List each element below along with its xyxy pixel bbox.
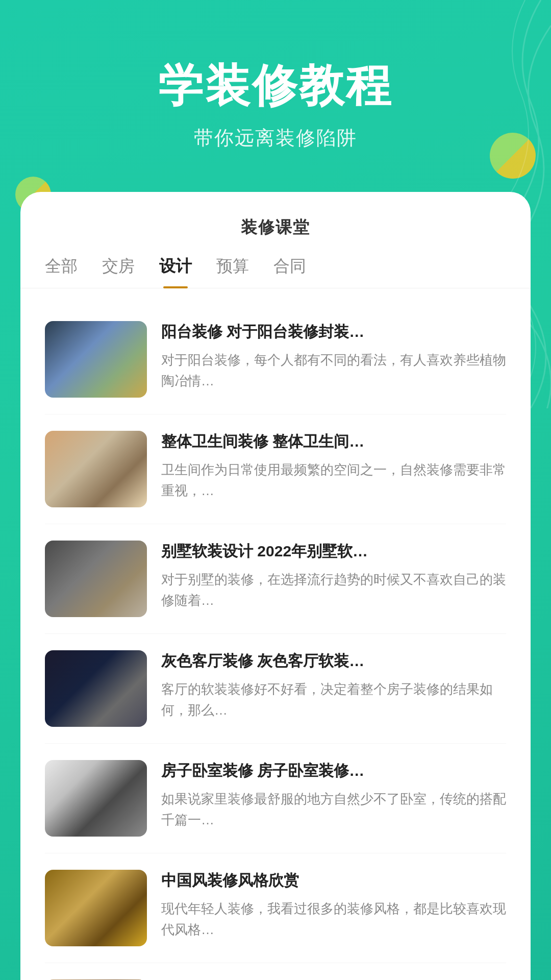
article-item-4[interactable]: 灰色客厅装修 灰色客厅软装… 客厅的软装装修好不好看，决定着整个房子装修的结果如… (45, 634, 506, 744)
article-list: 阳台装修 对于阳台装修封装… 对于阳台装修，每个人都有不同的看法，有人喜欢养些植… (20, 305, 531, 980)
article-desc-2: 卫生间作为日常使用最频繁的空间之一，自然装修需要非常重视，… (161, 459, 506, 502)
deco-circle-right (490, 133, 536, 179)
card-title: 装修课堂 (20, 216, 531, 239)
tab-contract[interactable]: 合同 (273, 255, 306, 288)
tab-all[interactable]: 全部 (45, 255, 78, 288)
header: 学装修教程 带你远离装修陷阱 (0, 0, 551, 192)
article-item-7[interactable]: 80平米地中海式装修风格，… (45, 963, 506, 980)
content-card: 装修课堂 全部 交房 设计 预算 合同 阳台装修 对于阳台装修封装… 对于阳台装… (20, 192, 531, 980)
article-content-2: 整体卫生间装修 整体卫生间… 卫生间作为日常使用最频繁的空间之一，自然装修需要非… (161, 431, 506, 502)
article-thumb-6 (45, 870, 147, 946)
article-item-5[interactable]: 房子卧室装修 房子卧室装修… 如果说家里装修最舒服的地方自然少不了卧室，传统的搭… (45, 744, 506, 853)
article-thumb-1 (45, 321, 147, 398)
article-item-2[interactable]: 整体卫生间装修 整体卫生间… 卫生间作为日常使用最频繁的空间之一，自然装修需要非… (45, 414, 506, 524)
article-title-6: 中国风装修风格欣赏 (161, 870, 506, 891)
article-thumb-3 (45, 541, 147, 617)
article-desc-6: 现代年轻人装修，我看过很多的装修风格，都是比较喜欢现代风格… (161, 898, 506, 941)
article-title-5: 房子卧室装修 房子卧室装修… (161, 760, 506, 781)
article-content-1: 阳台装修 对于阳台装修封装… 对于阳台装修，每个人都有不同的看法，有人喜欢养些植… (161, 321, 506, 392)
article-item-1[interactable]: 阳台装修 对于阳台装修封装… 对于阳台装修，每个人都有不同的看法，有人喜欢养些植… (45, 305, 506, 414)
article-content-4: 灰色客厅装修 灰色客厅软装… 客厅的软装装修好不好看，决定着整个房子装修的结果如… (161, 650, 506, 721)
tab-design[interactable]: 设计 (159, 255, 192, 288)
article-content-6: 中国风装修风格欣赏 现代年轻人装修，我看过很多的装修风格，都是比较喜欢现代风格… (161, 870, 506, 941)
article-content-3: 别墅软装设计 2022年别墅软… 对于别墅的装修，在选择流行趋势的时候又不喜欢自… (161, 541, 506, 611)
article-desc-1: 对于阳台装修，每个人都有不同的看法，有人喜欢养些植物陶冶情… (161, 350, 506, 392)
article-thumb-5 (45, 760, 147, 837)
article-item-6[interactable]: 中国风装修风格欣赏 现代年轻人装修，我看过很多的装修风格，都是比较喜欢现代风格… (45, 853, 506, 963)
article-title-3: 别墅软装设计 2022年别墅软… (161, 541, 506, 562)
tab-handover[interactable]: 交房 (102, 255, 135, 288)
tab-budget[interactable]: 预算 (216, 255, 249, 288)
article-title-2: 整体卫生间装修 整体卫生间… (161, 431, 506, 452)
article-title-1: 阳台装修 对于阳台装修封装… (161, 321, 506, 342)
page-subtitle: 带你远离装修陷阱 (31, 125, 520, 151)
page-title: 学装修教程 (31, 61, 520, 111)
article-content-5: 房子卧室装修 房子卧室装修… 如果说家里装修最舒服的地方自然少不了卧室，传统的搭… (161, 760, 506, 831)
article-desc-3: 对于别墅的装修，在选择流行趋势的时候又不喜欢自己的装修随着… (161, 569, 506, 611)
article-thumb-4 (45, 650, 147, 727)
article-desc-4: 客厅的软装装修好不好看，决定着整个房子装修的结果如何，那么… (161, 679, 506, 721)
article-thumb-2 (45, 431, 147, 507)
tabs-bar: 全部 交房 设计 预算 合同 (20, 255, 531, 288)
article-item-3[interactable]: 别墅软装设计 2022年别墅软… 对于别墅的装修，在选择流行趋势的时候又不喜欢自… (45, 524, 506, 634)
article-desc-5: 如果说家里装修最舒服的地方自然少不了卧室，传统的搭配千篇一… (161, 789, 506, 831)
article-title-4: 灰色客厅装修 灰色客厅软装… (161, 650, 506, 672)
